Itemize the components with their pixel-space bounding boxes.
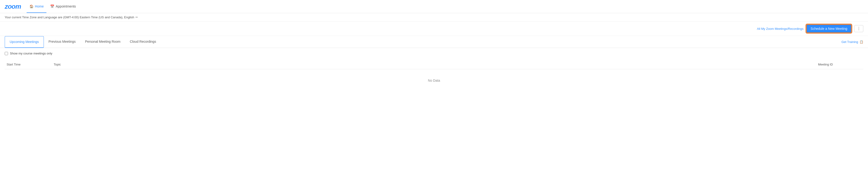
timezone-bar: Your current Time Zone and Language are … <box>0 13 868 22</box>
nav-home-label: Home <box>35 4 43 8</box>
nav-appointments-label: Appointments <box>56 4 76 8</box>
meetings-table: Start Time Topic Meeting ID No Data <box>5 60 863 92</box>
get-training-label: Get Training <box>841 40 858 44</box>
home-icon: 🏠 <box>29 4 33 8</box>
course-meetings-label: Show my course meetings only <box>10 52 52 55</box>
timezone-text: Your current Time Zone and Language are … <box>5 15 134 19</box>
zoom-logo: zoom <box>5 3 21 10</box>
header: zoom 🏠 Home 📅 Appointments <box>0 0 868 13</box>
col-topic: Topic <box>52 62 816 67</box>
edit-timezone-icon[interactable]: ✏ <box>135 15 138 19</box>
schedule-new-meeting-button[interactable]: Schedule a New Meeting <box>806 25 851 33</box>
no-data-message: No Data <box>5 69 863 92</box>
get-training-link[interactable]: Get Training 📋 <box>841 40 863 44</box>
appointments-icon: 📅 <box>50 4 54 8</box>
tab-previous-meetings[interactable]: Previous Meetings <box>44 36 80 48</box>
training-icon: 📋 <box>860 40 863 44</box>
nav-appointments[interactable]: 📅 Appointments <box>48 0 79 13</box>
tab-cloud-recordings[interactable]: Cloud Recordings <box>125 36 161 48</box>
col-meeting-id: Meeting ID <box>816 62 863 67</box>
course-meetings-filter: Show my course meetings only <box>5 52 863 55</box>
main-nav: 🏠 Home 📅 Appointments <box>27 0 79 13</box>
show-course-meetings-checkbox[interactable] <box>5 52 8 55</box>
tabs-container: Upcoming Meetings Previous Meetings Pers… <box>0 36 868 48</box>
nav-home[interactable]: 🏠 Home <box>27 0 46 13</box>
all-meetings-link[interactable]: All My Zoom Meetings/Recordings <box>757 27 803 31</box>
tab-upcoming-meetings[interactable]: Upcoming Meetings <box>5 36 44 48</box>
main-content: Show my course meetings only Start Time … <box>0 48 868 95</box>
col-start-time: Start Time <box>5 62 52 67</box>
meeting-tabs: Upcoming Meetings Previous Meetings Pers… <box>5 36 161 48</box>
more-options-button[interactable]: ⋮ <box>854 25 863 32</box>
table-header: Start Time Topic Meeting ID <box>5 60 863 69</box>
tab-personal-meeting-room[interactable]: Personal Meeting Room <box>80 36 125 48</box>
action-bar: All My Zoom Meetings/Recordings Schedule… <box>0 22 868 36</box>
